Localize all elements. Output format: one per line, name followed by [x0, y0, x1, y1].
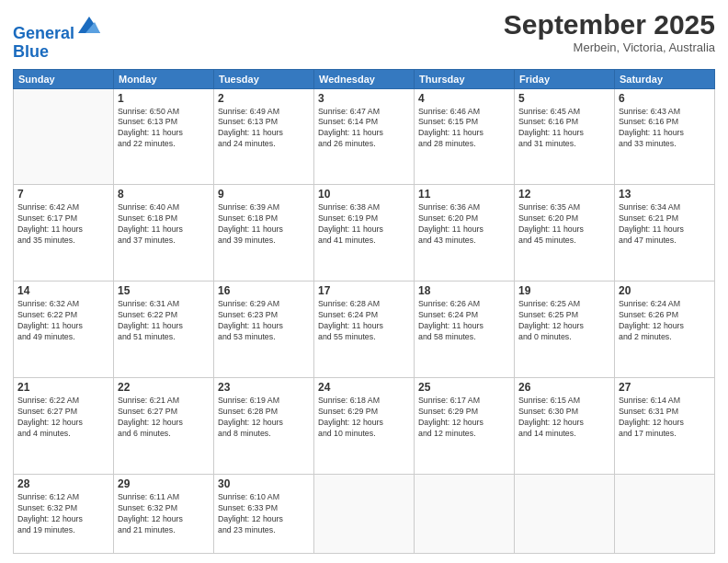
day-number: 30: [218, 477, 310, 490]
day-info: Sunrise: 6:18 AM Sunset: 6:29 PM Dayligh…: [318, 396, 410, 440]
header: General Blue September 2025 Merbein, Vic…: [13, 9, 715, 62]
calendar-cell: 10Sunrise: 6:38 AM Sunset: 6:19 PM Dayli…: [314, 185, 415, 282]
calendar-cell: 21Sunrise: 6:22 AM Sunset: 6:27 PM Dayli…: [14, 378, 114, 475]
day-info: Sunrise: 6:45 AM Sunset: 6:16 PM Dayligh…: [518, 107, 610, 151]
calendar-cell: 26Sunrise: 6:15 AM Sunset: 6:30 PM Dayli…: [515, 378, 615, 475]
calendar-table: SundayMondayTuesdayWednesdayThursdayFrid…: [13, 69, 715, 554]
calendar-cell: 1Sunrise: 6:50 AM Sunset: 6:13 PM Daylig…: [114, 88, 214, 185]
day-info: Sunrise: 6:15 AM Sunset: 6:30 PM Dayligh…: [518, 396, 610, 440]
logo-text: General: [13, 13, 102, 43]
calendar-cell: 11Sunrise: 6:36 AM Sunset: 6:20 PM Dayli…: [415, 185, 515, 282]
calendar-cell: 22Sunrise: 6:21 AM Sunset: 6:27 PM Dayli…: [114, 378, 214, 475]
calendar-cell: 14Sunrise: 6:32 AM Sunset: 6:22 PM Dayli…: [14, 282, 114, 378]
weekday-header-thursday: Thursday: [415, 69, 515, 88]
calendar-cell: 30Sunrise: 6:10 AM Sunset: 6:33 PM Dayli…: [214, 475, 314, 554]
weekday-header-tuesday: Tuesday: [214, 69, 314, 88]
day-info: Sunrise: 6:34 AM Sunset: 6:21 PM Dayligh…: [619, 202, 711, 247]
day-number: 18: [418, 284, 510, 297]
calendar-cell: 3Sunrise: 6:47 AM Sunset: 6:14 PM Daylig…: [314, 88, 415, 185]
day-info: Sunrise: 6:40 AM Sunset: 6:18 PM Dayligh…: [118, 202, 210, 247]
calendar-cell: 18Sunrise: 6:26 AM Sunset: 6:24 PM Dayli…: [415, 282, 515, 378]
day-number: 26: [518, 381, 610, 394]
weekday-header-monday: Monday: [114, 69, 214, 88]
day-info: Sunrise: 6:29 AM Sunset: 6:23 PM Dayligh…: [218, 299, 310, 343]
week-row-4: 21Sunrise: 6:22 AM Sunset: 6:27 PM Dayli…: [14, 378, 715, 475]
logo: General Blue: [13, 13, 102, 62]
day-info: Sunrise: 6:21 AM Sunset: 6:27 PM Dayligh…: [118, 396, 210, 440]
calendar-cell: [515, 475, 615, 554]
day-number: 19: [518, 284, 610, 297]
day-number: 6: [619, 92, 711, 105]
day-number: 23: [218, 381, 310, 394]
day-number: 22: [118, 381, 210, 394]
day-number: 5: [518, 92, 610, 105]
day-number: 20: [619, 284, 711, 297]
location: Merbein, Victoria, Australia: [504, 40, 715, 54]
calendar-cell: 27Sunrise: 6:14 AM Sunset: 6:31 PM Dayli…: [615, 378, 715, 475]
weekday-header-friday: Friday: [515, 69, 615, 88]
day-info: Sunrise: 6:47 AM Sunset: 6:14 PM Dayligh…: [318, 107, 410, 151]
day-info: Sunrise: 6:36 AM Sunset: 6:20 PM Dayligh…: [418, 202, 510, 247]
calendar-cell: 28Sunrise: 6:12 AM Sunset: 6:32 PM Dayli…: [14, 475, 114, 554]
day-number: 28: [17, 477, 109, 490]
day-info: Sunrise: 6:49 AM Sunset: 6:13 PM Dayligh…: [218, 107, 310, 151]
day-number: 1: [118, 92, 210, 105]
calendar-cell: 20Sunrise: 6:24 AM Sunset: 6:26 PM Dayli…: [615, 282, 715, 378]
day-info: Sunrise: 6:46 AM Sunset: 6:15 PM Dayligh…: [418, 107, 510, 151]
day-info: Sunrise: 6:38 AM Sunset: 6:19 PM Dayligh…: [318, 202, 410, 247]
weekday-header-row: SundayMondayTuesdayWednesdayThursdayFrid…: [14, 69, 715, 88]
day-info: Sunrise: 6:32 AM Sunset: 6:22 PM Dayligh…: [17, 299, 109, 343]
day-number: 27: [619, 381, 711, 394]
calendar-cell: 2Sunrise: 6:49 AM Sunset: 6:13 PM Daylig…: [214, 88, 314, 185]
day-number: 3: [318, 92, 410, 105]
day-number: 11: [418, 188, 510, 201]
day-info: Sunrise: 6:35 AM Sunset: 6:20 PM Dayligh…: [518, 202, 610, 247]
calendar-cell: 23Sunrise: 6:19 AM Sunset: 6:28 PM Dayli…: [214, 378, 314, 475]
calendar-cell: [615, 475, 715, 554]
day-number: 29: [118, 477, 210, 490]
title-block: September 2025 Merbein, Victoria, Austra…: [504, 9, 715, 54]
day-number: 14: [17, 284, 109, 297]
calendar-cell: 24Sunrise: 6:18 AM Sunset: 6:29 PM Dayli…: [314, 378, 415, 475]
day-number: 10: [318, 188, 410, 201]
day-number: 4: [418, 92, 510, 105]
day-number: 7: [17, 188, 109, 201]
day-info: Sunrise: 6:28 AM Sunset: 6:24 PM Dayligh…: [318, 299, 410, 343]
day-number: 24: [318, 381, 410, 394]
week-row-5: 28Sunrise: 6:12 AM Sunset: 6:32 PM Dayli…: [14, 475, 715, 554]
calendar-cell: 6Sunrise: 6:43 AM Sunset: 6:16 PM Daylig…: [615, 88, 715, 185]
calendar-cell: 9Sunrise: 6:39 AM Sunset: 6:18 PM Daylig…: [214, 185, 314, 282]
day-number: 9: [218, 188, 310, 201]
calendar-cell: 17Sunrise: 6:28 AM Sunset: 6:24 PM Dayli…: [314, 282, 415, 378]
day-number: 25: [418, 381, 510, 394]
day-number: 21: [17, 381, 109, 394]
calendar-cell: [314, 475, 415, 554]
day-info: Sunrise: 6:10 AM Sunset: 6:33 PM Dayligh…: [218, 492, 310, 536]
weekday-header-wednesday: Wednesday: [314, 69, 415, 88]
logo-icon: [76, 13, 102, 39]
day-number: 17: [318, 284, 410, 297]
calendar-cell: [415, 475, 515, 554]
logo-general: General: [13, 24, 74, 42]
weekday-header-saturday: Saturday: [615, 69, 715, 88]
week-row-3: 14Sunrise: 6:32 AM Sunset: 6:22 PM Dayli…: [14, 282, 715, 378]
weekday-header-sunday: Sunday: [14, 69, 114, 88]
calendar-cell: 12Sunrise: 6:35 AM Sunset: 6:20 PM Dayli…: [515, 185, 615, 282]
day-info: Sunrise: 6:24 AM Sunset: 6:26 PM Dayligh…: [619, 299, 711, 343]
week-row-2: 7Sunrise: 6:42 AM Sunset: 6:17 PM Daylig…: [14, 185, 715, 282]
day-info: Sunrise: 6:43 AM Sunset: 6:16 PM Dayligh…: [619, 107, 711, 151]
calendar-cell: 13Sunrise: 6:34 AM Sunset: 6:21 PM Dayli…: [615, 185, 715, 282]
calendar-cell: 4Sunrise: 6:46 AM Sunset: 6:15 PM Daylig…: [415, 88, 515, 185]
day-info: Sunrise: 6:39 AM Sunset: 6:18 PM Dayligh…: [218, 202, 310, 247]
day-info: Sunrise: 6:42 AM Sunset: 6:17 PM Dayligh…: [17, 202, 109, 247]
day-info: Sunrise: 6:14 AM Sunset: 6:31 PM Dayligh…: [619, 396, 711, 440]
day-number: 13: [619, 188, 711, 201]
day-number: 2: [218, 92, 310, 105]
day-info: Sunrise: 6:17 AM Sunset: 6:29 PM Dayligh…: [418, 396, 510, 440]
day-number: 15: [118, 284, 210, 297]
day-info: Sunrise: 6:19 AM Sunset: 6:28 PM Dayligh…: [218, 396, 310, 440]
calendar-cell: 5Sunrise: 6:45 AM Sunset: 6:16 PM Daylig…: [515, 88, 615, 185]
day-number: 12: [518, 188, 610, 201]
calendar-cell: 7Sunrise: 6:42 AM Sunset: 6:17 PM Daylig…: [14, 185, 114, 282]
calendar-cell: 29Sunrise: 6:11 AM Sunset: 6:32 PM Dayli…: [114, 475, 214, 554]
